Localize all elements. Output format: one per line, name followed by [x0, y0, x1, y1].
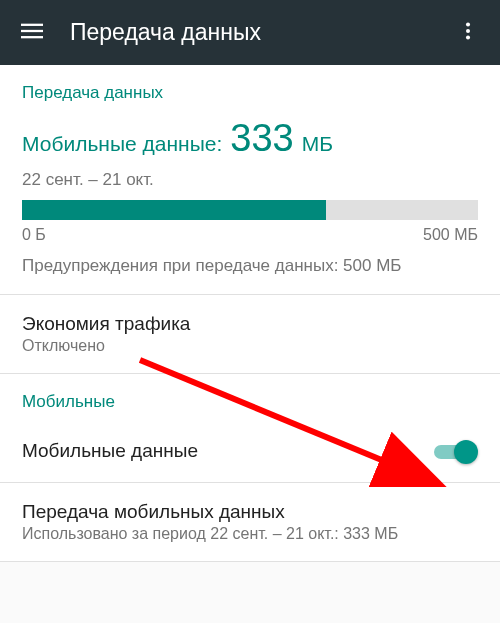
- mobile-section-header: Мобильные: [22, 392, 478, 412]
- mobile-data-text: Мобильные данные: [22, 440, 198, 464]
- app-bar: Передача данных: [0, 0, 500, 65]
- progress-min-label: 0 Б: [22, 226, 46, 244]
- usage-progress-fill: [22, 200, 326, 220]
- svg-rect-1: [21, 29, 43, 31]
- usage-progress-bar: [22, 200, 478, 220]
- usage-unit: МБ: [302, 132, 333, 156]
- data-usage-section: Передача данных Мобильные данные: 333 МБ…: [0, 65, 500, 295]
- mobile-data-usage-title: Передача мобильных данных: [22, 501, 398, 523]
- svg-rect-0: [21, 23, 43, 25]
- data-saver-title: Экономия трафика: [22, 313, 190, 335]
- mobile-data-usage-text: Передача мобильных данных Использовано з…: [22, 501, 398, 543]
- mobile-data-label: Мобильные данные: [22, 440, 198, 462]
- mobile-section-header-row: Мобильные: [0, 374, 500, 422]
- mobile-data-usage-row[interactable]: Передача мобильных данных Использовано з…: [0, 483, 500, 562]
- svg-point-5: [466, 35, 470, 39]
- page-title: Передача данных: [52, 19, 448, 46]
- mobile-data-usage-subtitle: Использовано за период 22 сент. – 21 окт…: [22, 525, 398, 543]
- usage-value: 333: [230, 117, 293, 160]
- svg-rect-2: [21, 36, 43, 38]
- data-saver-row[interactable]: Экономия трафика Отключено: [0, 295, 500, 374]
- mobile-data-row[interactable]: Мобильные данные: [0, 422, 500, 483]
- data-saver-text: Экономия трафика Отключено: [22, 313, 190, 355]
- hamburger-icon: [21, 20, 43, 46]
- data-warning-text: Предупреждения при передаче данных: 500 …: [22, 256, 478, 276]
- more-vert-icon: [457, 20, 479, 46]
- mobile-data-toggle[interactable]: [434, 440, 478, 464]
- menu-button[interactable]: [12, 13, 52, 53]
- usage-label: Мобильные данные:: [22, 132, 222, 156]
- toggle-thumb: [454, 440, 478, 464]
- svg-point-4: [466, 28, 470, 32]
- date-range[interactable]: 22 сент. – 21 окт.: [22, 170, 478, 190]
- progress-max-label: 500 МБ: [423, 226, 478, 244]
- progress-labels: 0 Б 500 МБ: [22, 226, 478, 244]
- svg-point-3: [466, 22, 470, 26]
- section-header-usage: Передача данных: [22, 83, 478, 103]
- mobile-data-usage: Мобильные данные: 333 МБ: [22, 117, 478, 160]
- data-saver-status: Отключено: [22, 337, 190, 355]
- more-button[interactable]: [448, 13, 488, 53]
